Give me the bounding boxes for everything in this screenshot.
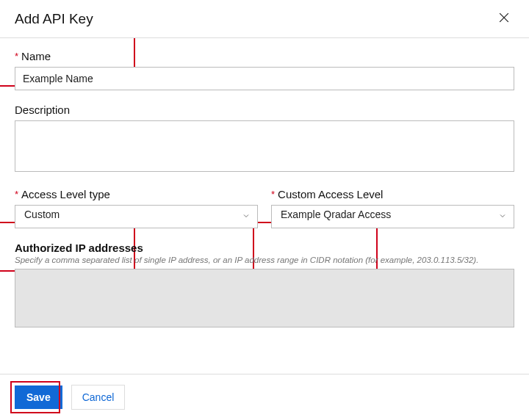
label-row: Description bbox=[15, 104, 514, 116]
modal-footer: Save Cancel bbox=[0, 374, 529, 420]
save-wrap: Save bbox=[15, 385, 62, 409]
field-description: Description bbox=[15, 104, 514, 175]
modal-title: Add API Key bbox=[15, 11, 93, 27]
field-authorized-ips: Authorized IP addresses Specify a comma … bbox=[15, 242, 514, 327]
access-type-select[interactable]: Custom bbox=[15, 205, 258, 228]
name-label: Name bbox=[21, 50, 51, 62]
modal-body: * Name Description * Access Level type C… bbox=[0, 38, 529, 374]
field-access-type: * Access Level type Custom bbox=[15, 188, 258, 228]
select-wrap: Example Qradar Access bbox=[271, 205, 514, 228]
required-asterisk: * bbox=[271, 189, 275, 199]
required-asterisk: * bbox=[15, 189, 18, 199]
label-row: * Access Level type bbox=[15, 188, 258, 200]
access-type-value: Custom bbox=[24, 209, 60, 220]
required-asterisk: * bbox=[15, 51, 18, 61]
select-wrap: Custom bbox=[15, 205, 258, 228]
name-input[interactable] bbox=[15, 67, 514, 90]
modal-header: Add API Key bbox=[0, 0, 529, 38]
custom-access-select[interactable]: Example Qradar Access bbox=[271, 205, 514, 228]
custom-access-label: Custom Access Level bbox=[278, 188, 383, 200]
close-button[interactable] bbox=[494, 7, 514, 30]
cancel-button[interactable]: Cancel bbox=[71, 385, 126, 410]
field-custom-access: * Custom Access Level Example Qradar Acc… bbox=[271, 188, 514, 228]
add-api-key-modal: Add API Key * Name Description bbox=[0, 0, 529, 420]
label-row: Authorized IP addresses bbox=[15, 242, 514, 254]
authorized-ips-box bbox=[15, 269, 514, 327]
access-type-label: Access Level type bbox=[21, 188, 110, 200]
label-row: * Custom Access Level bbox=[271, 188, 514, 200]
field-name: * Name bbox=[15, 50, 514, 90]
access-row: * Access Level type Custom * Custom Acce… bbox=[15, 188, 514, 228]
description-textarea[interactable] bbox=[15, 120, 514, 172]
description-label: Description bbox=[15, 104, 70, 116]
custom-access-value: Example Qradar Access bbox=[281, 209, 391, 220]
save-button[interactable]: Save bbox=[15, 385, 62, 409]
close-icon bbox=[497, 10, 511, 27]
authorized-ips-label: Authorized IP addresses bbox=[15, 242, 143, 254]
authorized-ips-hint: Specify a comma separated list of single… bbox=[15, 256, 514, 264]
label-row: * Name bbox=[15, 50, 514, 62]
